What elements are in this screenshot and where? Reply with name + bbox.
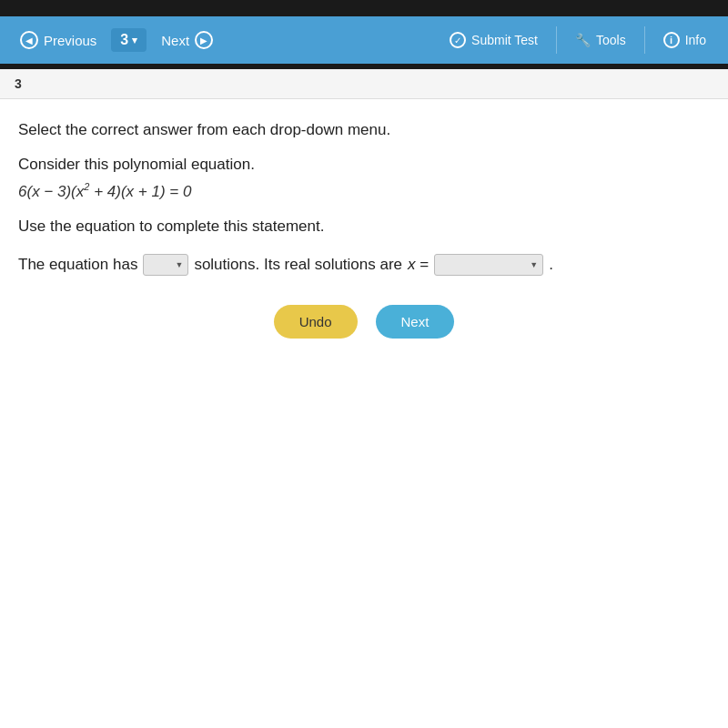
next-icon: ▶ <box>195 31 213 49</box>
nav-bar: ◀ Previous 3 ▾ Next ▶ ✓ Submit Test 🔧 To… <box>0 16 728 64</box>
button-row: Undo Next <box>18 305 710 339</box>
submit-test-button[interactable]: ✓ Submit Test <box>439 26 549 54</box>
solutions-count-dropdown[interactable]: 2 3 4 <box>143 254 188 276</box>
equation-block: 6(x − 3)(x2 + 4)(x + 1) = 0 <box>18 181 710 201</box>
previous-label: Previous <box>44 33 96 48</box>
nav-divider <box>556 26 557 54</box>
solutions-count-dropdown-wrapper: 2 3 4 <box>143 254 188 276</box>
info-label: Info <box>685 33 706 47</box>
consider-text: Consider this polynomial equation. <box>18 156 710 174</box>
real-solutions-dropdown[interactable]: -1, 3 1, -3 3 -1 <box>434 254 543 276</box>
next-label: Next <box>161 33 189 48</box>
previous-button[interactable]: ◀ Previous <box>11 25 106 55</box>
chevron-down-icon: ▾ <box>132 35 137 46</box>
nav-right: ✓ Submit Test 🔧 Tools i Info <box>439 26 717 54</box>
use-text: Use the equation to complete this statem… <box>18 217 710 236</box>
tools-button[interactable]: 🔧 Tools <box>564 27 637 53</box>
question-label-bar: 3 <box>0 69 728 99</box>
wrench-icon: 🔧 <box>575 33 591 47</box>
statement-part3: x = <box>408 256 429 274</box>
math-x2: x <box>76 183 85 200</box>
nav-left: ◀ Previous 3 ▾ Next ▶ <box>11 25 431 55</box>
math-x3: x <box>126 183 135 200</box>
next-action-button[interactable]: Next <box>376 305 455 339</box>
statement-part4: . <box>549 256 553 274</box>
info-button[interactable]: i Info <box>652 26 717 54</box>
math-x: x <box>32 183 40 200</box>
check-icon: ✓ <box>450 32 466 48</box>
main-content: Select the correct answer from each drop… <box>0 99 728 357</box>
info-icon: i <box>663 32 680 48</box>
tools-label: Tools <box>596 33 626 47</box>
next-button[interactable]: Next ▶ <box>152 25 222 55</box>
question-number-label: 3 <box>15 76 22 91</box>
statement-line: The equation has 2 3 4 solutions. Its re… <box>18 254 710 276</box>
question-number: 3 <box>120 32 128 48</box>
top-black-bar <box>0 0 728 16</box>
statement-part1: The equation has <box>18 256 137 274</box>
real-solutions-dropdown-wrapper: -1, 3 1, -3 3 -1 <box>434 254 543 276</box>
question-number-badge[interactable]: 3 ▾ <box>111 28 147 52</box>
submit-test-label: Submit Test <box>471 33 538 47</box>
previous-icon: ◀ <box>20 31 38 49</box>
nav-divider-2 <box>644 26 645 54</box>
undo-button[interactable]: Undo <box>274 305 358 339</box>
statement-part2: solutions. Its real solutions are <box>194 256 402 274</box>
instruction-text: Select the correct answer from each drop… <box>18 121 710 139</box>
